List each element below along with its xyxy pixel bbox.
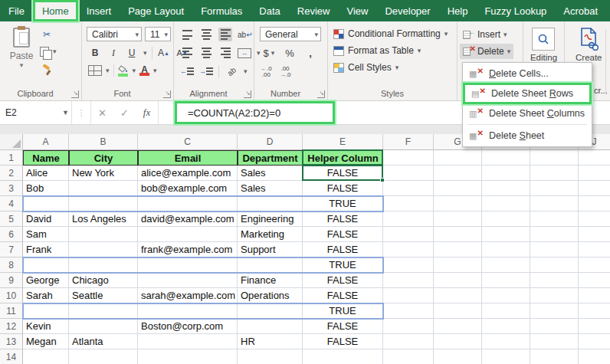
cell-B6[interactable] [69, 227, 138, 242]
cell-E9[interactable]: FALSE [303, 273, 383, 288]
cell-H2[interactable] [482, 166, 530, 181]
cell-J12[interactable] [579, 319, 610, 334]
cell-B4[interactable] [69, 196, 138, 212]
cell-E2[interactable]: FALSE [303, 166, 383, 181]
cell-A8[interactable] [23, 257, 69, 273]
cell-J7[interactable] [579, 242, 610, 257]
cell-A1[interactable]: Name [23, 150, 69, 166]
merge-center-button[interactable]: ↔ [238, 48, 251, 58]
cell-H14[interactable] [482, 349, 530, 364]
cell-G1[interactable] [434, 150, 482, 166]
fill-handle[interactable] [380, 178, 385, 182]
cell-A9[interactable]: George [23, 273, 69, 288]
cell-A5[interactable]: David [23, 212, 69, 227]
cell-F11[interactable] [383, 303, 434, 319]
cell-I14[interactable] [530, 349, 579, 364]
cancel-formula-button[interactable]: ✕ [91, 107, 113, 119]
cell-C5[interactable]: david@example.com [138, 212, 238, 227]
cell-G2[interactable] [434, 166, 482, 181]
number-format-combo[interactable]: General▾ [260, 27, 321, 41]
align-bottom-button[interactable] [218, 28, 232, 41]
cell-C1[interactable]: Email [138, 150, 238, 166]
column-header-F[interactable]: F [383, 134, 434, 150]
column-header-C[interactable]: C [138, 134, 238, 150]
tab-help[interactable]: Help [439, 0, 477, 21]
cut-button[interactable]: ✂ [40, 28, 54, 41]
cell-H4[interactable] [482, 196, 530, 212]
increase-decimal-button[interactable]: ←.0.00 [261, 66, 272, 78]
cell-C14[interactable] [138, 349, 238, 364]
cell-D1[interactable]: Department [238, 150, 303, 166]
tab-file[interactable]: File [0, 0, 33, 21]
cell-J4[interactable] [579, 196, 610, 212]
align-center-button[interactable] [199, 46, 213, 60]
cell-H13[interactable] [482, 334, 530, 349]
cell-A7[interactable]: Frank [23, 242, 69, 257]
grow-font-button[interactable]: A▲ [157, 46, 171, 60]
create-pdf-button[interactable]: Create [576, 28, 602, 62]
cell-F8[interactable] [383, 257, 434, 273]
font-name-combo[interactable]: Calibri▾ [87, 27, 142, 41]
cell-F4[interactable] [383, 196, 434, 212]
row-header-3[interactable]: 3 [0, 181, 23, 196]
tab-acrobat[interactable]: Acrobat [555, 0, 606, 21]
cell-I1[interactable] [530, 150, 579, 166]
cell-I13[interactable] [530, 334, 579, 349]
cell-H7[interactable] [482, 242, 530, 257]
style-button-conditional-formatting[interactable]: Conditional Formatting▾ [333, 25, 448, 42]
cell-B7[interactable] [69, 242, 138, 257]
insert-function-button[interactable]: fx [136, 107, 158, 119]
column-header-E[interactable]: E [303, 134, 383, 150]
cell-J1[interactable] [579, 150, 610, 166]
fill-color-button[interactable] [118, 64, 129, 77]
cell-D3[interactable]: Sales [238, 181, 303, 196]
cell-J3[interactable] [579, 181, 610, 196]
cell-J11[interactable] [579, 303, 610, 319]
cell-G6[interactable] [434, 227, 482, 242]
orientation-dropdown[interactable]: ▾ [244, 67, 248, 75]
cell-G3[interactable] [434, 181, 482, 196]
cell-D10[interactable]: Operations [238, 288, 303, 303]
cell-I8[interactable] [530, 257, 579, 273]
cell-C13[interactable] [138, 334, 238, 349]
underline-dropdown[interactable]: ▾ [143, 49, 147, 57]
cell-A14[interactable] [23, 349, 69, 364]
cell-B3[interactable] [69, 181, 138, 196]
cell-G13[interactable] [434, 334, 482, 349]
cell-I10[interactable] [530, 288, 579, 303]
cell-C7[interactable]: frank@example.com [138, 242, 238, 257]
cell-C8[interactable] [138, 257, 238, 273]
find-select-button[interactable] [532, 28, 555, 51]
cell-B9[interactable]: Chicago [69, 273, 138, 288]
cell-J6[interactable] [579, 227, 610, 242]
increase-indent-button[interactable]: → [199, 64, 213, 78]
cell-G8[interactable] [434, 257, 482, 273]
name-box[interactable]: E2 [0, 101, 60, 124]
cell-B8[interactable] [69, 257, 138, 273]
font-color-button[interactable]: A [139, 66, 149, 76]
cell-G9[interactable] [434, 273, 482, 288]
align-left-button[interactable] [180, 46, 194, 60]
align-middle-button[interactable] [199, 28, 213, 41]
cell-J14[interactable] [579, 349, 610, 364]
cell-G7[interactable] [434, 242, 482, 257]
bold-button[interactable]: B [88, 46, 102, 60]
cell-I4[interactable] [530, 196, 579, 212]
tab-developer[interactable]: Developer [376, 0, 438, 21]
enter-formula-button[interactable]: ✓ [113, 107, 136, 119]
insert-button[interactable]: ← Insert▾ [460, 27, 510, 42]
cell-C6[interactable] [138, 227, 238, 242]
decrease-indent-button[interactable]: ← [180, 64, 194, 78]
cell-H12[interactable] [482, 319, 530, 334]
cell-F3[interactable] [383, 181, 434, 196]
cell-B10[interactable]: Seattle [69, 288, 138, 303]
column-header-D[interactable]: D [238, 134, 303, 150]
cell-I9[interactable] [530, 273, 579, 288]
cell-D9[interactable]: Finance [238, 273, 303, 288]
formula-input[interactable]: =COUNTA(A2:D2)=0 [175, 101, 335, 124]
cell-J8[interactable] [579, 257, 610, 273]
cell-J2[interactable] [579, 166, 610, 181]
cell-C3[interactable]: bob@example.com [138, 181, 238, 196]
cell-D12[interactable] [238, 319, 303, 334]
row-header-7[interactable]: 7 [0, 242, 23, 257]
